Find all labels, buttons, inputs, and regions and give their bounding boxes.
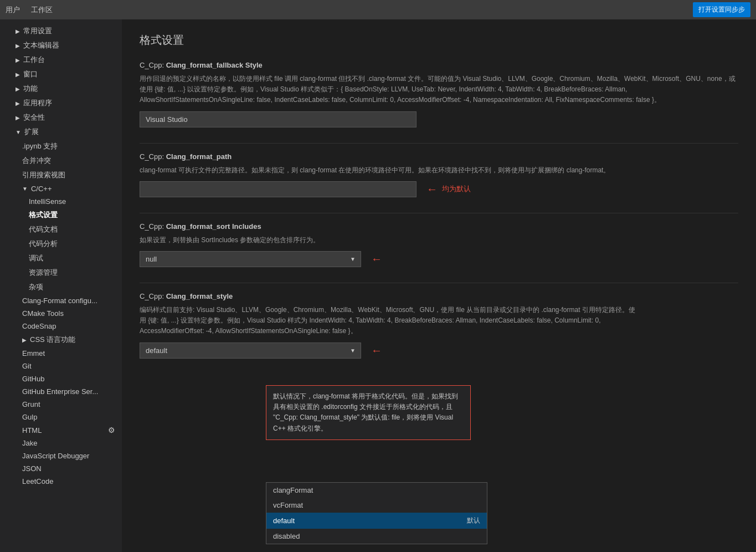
sidebar-label: Grunt <box>22 400 40 408</box>
sidebar-label: GitHub <box>22 375 44 383</box>
label-key: Clang_format_style <box>166 292 233 300</box>
setting-label-fallback: C_Cpp: Clang_format_fallback Style <box>140 61 738 69</box>
dropdown-item-label: default <box>273 517 295 525</box>
sidebar-label: Gulp <box>22 413 37 421</box>
sync-settings-button[interactable]: 打开设置同步步 <box>693 2 750 17</box>
sidebar-label: C/C++ <box>31 185 52 193</box>
sidebar-item-leetcode[interactable]: LeetCode <box>0 475 122 488</box>
sidebar-item-code-analysis[interactable]: 代码分析 <box>0 237 122 251</box>
sidebar-item-git[interactable]: Git <box>0 360 122 372</box>
sidebar-item-features[interactable]: ▶ 功能 <box>0 81 122 96</box>
sort-includes-select[interactable]: null <box>140 251 361 267</box>
setting-style: C_Cpp: Clang_format_style 编码样式目前支持: Visu… <box>140 292 738 359</box>
sidebar-item-gulp[interactable]: Gulp <box>0 411 122 423</box>
sidebar-label: CodeSnap <box>22 322 56 330</box>
setting-desc-style: 编码样式目前支持: Visual Studio、LLVM、Google、Chro… <box>140 305 638 337</box>
sidebar-item-github[interactable]: GitHub <box>0 372 122 385</box>
sidebar-label: CSS 语言功能 <box>30 335 75 345</box>
path-input-row: ← 均为默认 <box>140 181 738 197</box>
sidebar-item-js-debugger[interactable]: JavaScript Debugger <box>0 449 122 462</box>
sidebar-label: JSON <box>22 464 42 473</box>
dropdown-item-label: clangFormat <box>273 486 313 494</box>
fallback-style-input[interactable] <box>140 111 416 127</box>
setting-path: C_Cpp: Clang_format_path clang-format 可执… <box>140 152 738 197</box>
sidebar-item-merge[interactable]: 合并冲突 <box>0 154 122 168</box>
sidebar-item-json[interactable]: JSON <box>0 462 122 475</box>
sidebar: ▶ 常用设置 ▶ 文本编辑器 ▶ 工作台 ▶ 窗口 ▶ 功能 ▶ 应用程序 ▶ … <box>0 19 122 552</box>
style-select-row: default ▼ ← <box>140 343 738 359</box>
setting-desc-sort: 如果设置，则替换由 SortIncludes 参数确定的包含排序行为。 <box>140 235 738 246</box>
dropdown-item-vcformat[interactable]: vcFormat <box>266 498 487 513</box>
sidebar-item-grunt[interactable]: Grunt <box>0 398 122 411</box>
sidebar-item-format-settings[interactable]: 格式设置 <box>0 208 122 222</box>
gear-icon[interactable]: ⚙ <box>108 426 115 435</box>
sidebar-item-applications[interactable]: ▶ 应用程序 <box>0 96 122 110</box>
sidebar-item-codesnap[interactable]: CodeSnap <box>0 320 122 333</box>
sidebar-label: 工作台 <box>23 55 45 65</box>
sidebar-label: 代码分析 <box>29 239 58 249</box>
setting-desc-fallback: 用作回退的预定义样式的名称，以防使用样式 file 调用 clang-forma… <box>140 74 738 106</box>
sidebar-label: 引用搜索视图 <box>22 170 65 180</box>
sidebar-label: 安全性 <box>23 113 45 122</box>
dropdown-default-tag: 默认 <box>467 516 480 525</box>
tab-users[interactable]: 用户 <box>6 3 20 17</box>
sidebar-item-clang-format[interactable]: Clang-Format configu... <box>0 294 122 307</box>
dropdown-item-clangformat[interactable]: clangFormat <box>266 483 487 498</box>
sidebar-label: 资源管理 <box>29 268 58 278</box>
arrow-icon: ▶ <box>16 28 20 34</box>
sidebar-label: 功能 <box>23 84 38 94</box>
dropdown-item-disabled[interactable]: disabled <box>266 529 487 544</box>
sidebar-label: LeetCode <box>22 477 53 485</box>
sidebar-item-jake[interactable]: Jake <box>0 437 122 449</box>
label-prefix: C_Cpp: <box>140 292 166 300</box>
dropdown-list: clangFormat vcFormat default 默认 disabled <box>266 482 487 544</box>
sidebar-item-common[interactable]: ▶ 常用设置 <box>0 24 122 38</box>
label-key: Clang_format_sort Includes <box>166 222 261 231</box>
setting-label-sort: C_Cpp: Clang_format_sort Includes <box>140 222 738 231</box>
style-red-arrow: ← <box>371 344 382 357</box>
sidebar-label: 应用程序 <box>23 98 52 108</box>
sidebar-label: 常用设置 <box>23 26 52 36</box>
arrow-icon: ▶ <box>16 115 20 121</box>
sidebar-item-resource-mgmt[interactable]: 资源管理 <box>0 265 122 280</box>
dropdown-item-default[interactable]: default 默认 <box>266 513 487 529</box>
sidebar-item-code-docs[interactable]: 代码文档 <box>0 222 122 237</box>
arrow-icon: ▼ <box>16 129 21 135</box>
sidebar-item-intellisense[interactable]: IntelliSense <box>0 195 122 208</box>
sidebar-item-workbench[interactable]: ▶ 工作台 <box>0 53 122 67</box>
sidebar-item-css[interactable]: ▶ CSS 语言功能 <box>0 333 122 347</box>
sidebar-label: 代码文档 <box>29 224 58 234</box>
sidebar-item-window[interactable]: ▶ 窗口 <box>0 67 122 81</box>
sidebar-label: Emmet <box>22 349 45 357</box>
sidebar-label: 杂项 <box>29 282 43 292</box>
sidebar-item-extensions[interactable]: ▼ 扩展 <box>0 125 122 139</box>
sidebar-item-debug[interactable]: 调试 <box>0 251 122 265</box>
sidebar-item-html[interactable]: HTML ⚙ <box>0 423 122 437</box>
sidebar-label: 文本编辑器 <box>23 40 59 50</box>
arrow-icon: ▶ <box>16 71 20 78</box>
arrow-icon: ▶ <box>16 86 20 92</box>
sidebar-item-github-enterprise[interactable]: GitHub Enterprise Ser... <box>0 385 122 398</box>
arrow-icon: ▶ <box>16 43 20 49</box>
sidebar-label: IntelliSense <box>29 197 66 206</box>
sort-select-container: null ▼ <box>140 251 361 267</box>
sidebar-item-ref-search[interactable]: 引用搜索视图 <box>0 168 122 182</box>
title-bar: 用户 工作区 打开设置同步步 <box>0 0 756 19</box>
sidebar-item-text-editor[interactable]: ▶ 文本编辑器 <box>0 38 122 53</box>
sidebar-item-emmet[interactable]: Emmet <box>0 347 122 360</box>
sidebar-item-misc[interactable]: 杂项 <box>0 280 122 294</box>
label-key: Clang_format_fallback Style <box>166 61 263 69</box>
sidebar-item-security[interactable]: ▶ 安全性 <box>0 110 122 125</box>
label-prefix: C_Cpp: <box>140 61 166 69</box>
sidebar-item-cmake[interactable]: CMake Tools <box>0 307 122 320</box>
sidebar-item-cpp[interactable]: ▼ C/C++ <box>0 182 122 195</box>
path-input[interactable] <box>140 181 416 197</box>
label-prefix: C_Cpp: <box>140 222 166 231</box>
style-select-container: default ▼ <box>140 343 361 359</box>
tab-workspace[interactable]: 工作区 <box>31 3 53 17</box>
sidebar-item-ipynb[interactable]: .ipynb 支持 <box>0 139 122 154</box>
default-label: 均为默认 <box>442 184 471 194</box>
style-select[interactable]: default <box>140 343 361 359</box>
title-bar-tabs: 用户 工作区 <box>6 3 53 17</box>
page-title: 格式设置 <box>140 33 738 48</box>
